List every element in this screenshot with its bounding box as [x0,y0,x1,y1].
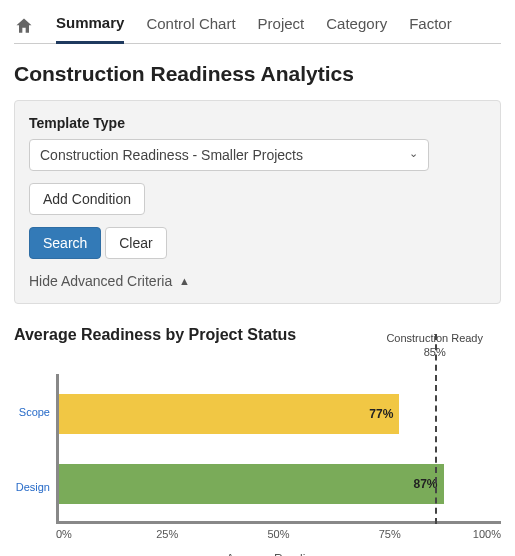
page-title: Construction Readiness Analytics [14,62,501,86]
reference-label-bottom: 85% [386,346,483,360]
caret-up-icon: ▲ [179,275,190,287]
hide-advanced-label: Hide Advanced Criteria [29,273,172,289]
tab-control-chart[interactable]: Control Chart [146,9,235,42]
category-design[interactable]: Design [16,481,50,493]
reference-line [435,334,437,524]
tab-factor[interactable]: Factor [409,9,452,42]
template-type-value: Construction Readiness - Smaller Project… [40,147,303,163]
clear-button[interactable]: Clear [105,227,166,259]
chart-x-ticks: 0% 25% 50% 75% 100% [56,528,501,546]
reference-label: Construction Ready 85% [386,332,483,360]
chevron-down-icon: ⌄ [409,147,418,160]
tab-category[interactable]: Category [326,9,387,42]
hide-advanced-toggle[interactable]: Hide Advanced Criteria ▲ [29,273,486,289]
template-type-label: Template Type [29,115,486,131]
search-button[interactable]: Search [29,227,101,259]
filter-panel: Template Type Construction Readiness - S… [14,100,501,304]
readiness-chart: Scope Design 77% 87% Construction Ready … [14,374,501,524]
reference-label-top: Construction Ready [386,332,483,346]
category-scope[interactable]: Scope [19,406,50,418]
tab-summary[interactable]: Summary [56,8,124,44]
xtick-100: 100% [473,528,501,540]
tab-project[interactable]: Project [258,9,305,42]
bar-design[interactable]: 87% [59,464,444,504]
xtick-0: 0% [56,528,72,540]
bar-scope-value: 77% [369,407,393,421]
chart-plot-area: 77% 87% Construction Ready 85% [56,374,501,524]
template-type-select[interactable]: Construction Readiness - Smaller Project… [29,139,429,171]
home-icon[interactable] [14,16,34,36]
xtick-50: 50% [267,528,289,540]
add-condition-button[interactable]: Add Condition [29,183,145,215]
top-nav: Summary Control Chart Project Category F… [14,0,501,44]
bar-scope[interactable]: 77% [59,394,399,434]
xtick-75: 75% [379,528,401,540]
chart-x-label: Average Readiness [56,552,501,556]
chart-y-labels: Scope Design [14,374,56,524]
xtick-25: 25% [156,528,178,540]
